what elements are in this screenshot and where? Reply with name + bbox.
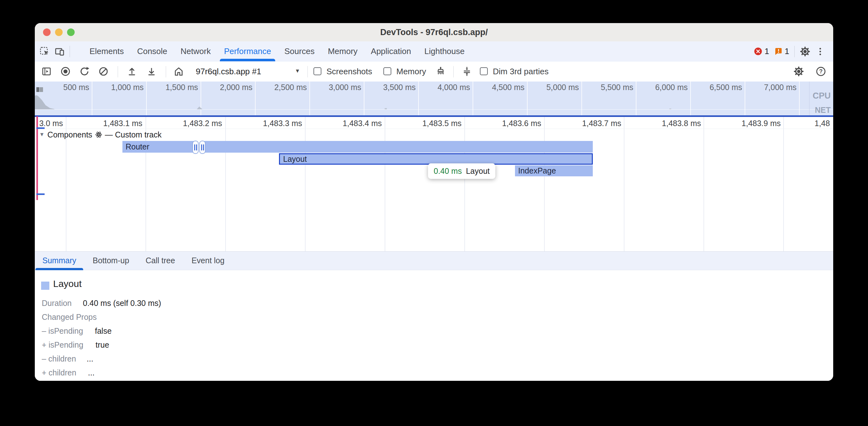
capture-settings-gear-icon[interactable] xyxy=(793,66,804,77)
cpu-activity-chart xyxy=(35,81,225,116)
summary-event-title: Layout xyxy=(53,278,82,289)
reload-and-record-icon[interactable] xyxy=(79,66,90,77)
changed-props-label: Changed Props xyxy=(42,313,97,321)
dim-3rd-parties-label[interactable]: Dim 3rd parties xyxy=(493,62,549,81)
tab-lighthouse[interactable]: Lighthouse xyxy=(418,41,471,61)
prop-removed-ispending-value: false xyxy=(95,324,112,338)
settings-gear-icon[interactable] xyxy=(800,46,810,57)
load-profile-icon[interactable] xyxy=(127,66,137,77)
net-lane-separator xyxy=(35,109,833,110)
overview-tick: 7,000 ms xyxy=(749,83,797,92)
screenshot-thumbnail xyxy=(36,87,39,92)
tooltip-duration: 0.40 ms xyxy=(434,167,462,176)
tab-console[interactable]: Console xyxy=(130,41,174,61)
ruler-tick: 1,483.3 ms xyxy=(255,119,302,128)
screenshot-thumbnail xyxy=(39,87,43,92)
tab-sources[interactable]: Sources xyxy=(278,41,321,61)
prop-added-ispending: + isPending xyxy=(42,340,83,349)
tab-bottom-up[interactable]: Bottom-up xyxy=(93,252,129,270)
record-icon[interactable] xyxy=(60,66,71,77)
issues-badge-icon[interactable]: 1 xyxy=(774,46,789,56)
overview-tick: 5,000 ms xyxy=(531,83,579,92)
prop-added-ispending-value: true xyxy=(96,338,109,352)
tab-memory[interactable]: Memory xyxy=(321,41,364,61)
error-badge-icon[interactable]: 1 xyxy=(754,46,769,56)
prop-added-children: + children xyxy=(42,368,76,377)
more-options-kebab-icon[interactable] xyxy=(815,47,825,56)
ruler-tick: 1,483.9 ms xyxy=(733,119,781,128)
event-color-swatch xyxy=(41,282,49,290)
prop-added-children-value[interactable]: ... xyxy=(88,366,95,380)
memory-checkbox[interactable] xyxy=(383,67,391,75)
tab-call-tree[interactable]: Call tree xyxy=(146,252,175,270)
react-atom-icon xyxy=(95,131,102,138)
collect-garbage-icon[interactable] xyxy=(435,66,446,77)
toggle-sidebar-icon[interactable] xyxy=(41,66,52,77)
screenshots-checkbox[interactable] xyxy=(313,67,321,75)
ruler-tick: 1,48 xyxy=(814,119,833,128)
error-count: 1 xyxy=(765,46,769,56)
tab-application[interactable]: Application xyxy=(364,41,417,61)
ruler-tick: 1,483.7 ms xyxy=(574,119,621,128)
clear-icon[interactable] xyxy=(98,66,109,77)
overview-tick: 3,500 ms xyxy=(368,83,416,92)
ruler-tick: 1,483.6 ms xyxy=(494,119,541,128)
cpu-lane-label: CPU xyxy=(796,91,831,101)
flame-event-indexpage[interactable]: IndexPage xyxy=(515,165,593,176)
main-tab-bar: Elements Console Network Performance Sou… xyxy=(35,41,833,62)
toolbar-divider xyxy=(307,66,308,77)
overview-tick: 5,500 ms xyxy=(586,83,633,92)
svg-text:?: ? xyxy=(819,68,823,74)
toolbar-divider xyxy=(166,66,166,77)
toolbar-divider xyxy=(453,66,454,77)
overview-tick: 6,000 ms xyxy=(640,83,688,92)
titlebar: DevTools - 97r6ql.csb.app/ xyxy=(35,23,833,42)
tab-summary[interactable]: Summary xyxy=(42,252,76,270)
overview-tick: 3,000 ms xyxy=(314,83,361,92)
overview-tick: 2,500 ms xyxy=(259,83,307,92)
ruler-tick: 1,483.2 ms xyxy=(175,119,222,128)
chevron-down-icon[interactable]: ▼ xyxy=(295,62,300,81)
ruler-tick: 1,483.5 ms xyxy=(414,119,462,128)
tab-network[interactable]: Network xyxy=(174,41,217,61)
memory-label[interactable]: Memory xyxy=(396,62,426,81)
device-toolbar-icon[interactable] xyxy=(54,46,65,57)
timeline-overview[interactable]: 500 ms 1,000 ms 1,500 ms 2,000 ms 2,500 … xyxy=(35,81,833,116)
marker-tick xyxy=(36,127,44,129)
inspect-element-icon[interactable] xyxy=(39,46,50,57)
prop-removed-children: – children xyxy=(42,354,76,363)
ruler-bottom-border xyxy=(35,129,833,129)
collapse-triangle-icon[interactable]: ▼ xyxy=(39,131,44,138)
performance-toolbar: 97r6ql.csb.app #1 ▼ Screenshots Memory D… xyxy=(35,62,833,81)
collapse-sections-icon[interactable] xyxy=(462,66,472,77)
ruler-tick: 3.0 ms xyxy=(35,119,63,128)
toolbar-divider xyxy=(794,46,795,57)
custom-track-header[interactable]: ▼ Components — Custom track xyxy=(39,130,162,139)
flame-event-layout[interactable]: Layout xyxy=(279,153,593,165)
ruler-tick: 1,483.4 ms xyxy=(334,119,382,128)
range-handle-left[interactable] xyxy=(192,141,199,154)
prop-removed-ispending: – isPending xyxy=(42,326,83,335)
toolbar-divider xyxy=(118,66,118,77)
overview-tick: 4,500 ms xyxy=(477,83,524,92)
ruler-tick: 1,483.1 ms xyxy=(95,119,142,128)
tab-performance[interactable]: Performance xyxy=(217,41,278,61)
prop-removed-children-value[interactable]: ... xyxy=(87,352,93,366)
marker-tick xyxy=(36,193,44,195)
help-icon[interactable]: ? xyxy=(815,66,826,77)
overview-tick: 6,500 ms xyxy=(695,83,742,92)
tab-elements[interactable]: Elements xyxy=(83,41,130,61)
history-selector[interactable]: 97r6ql.csb.app #1 xyxy=(196,62,261,81)
dim-3rd-parties-checkbox[interactable] xyxy=(480,67,488,75)
track-suffix: — Custom track xyxy=(105,130,162,139)
home-icon[interactable] xyxy=(173,66,184,77)
bottom-tab-bar: Summary Bottom-up Call tree Event log xyxy=(35,251,833,270)
summary-pane: Layout Duration0.40 ms (self 0.30 ms) Ch… xyxy=(35,270,833,381)
range-handle-right[interactable] xyxy=(199,141,206,154)
screenshots-label[interactable]: Screenshots xyxy=(327,62,372,81)
window-title: DevTools - 97r6ql.csb.app/ xyxy=(35,23,833,41)
tab-event-log[interactable]: Event log xyxy=(191,252,224,270)
track-name: Components xyxy=(48,130,92,139)
save-profile-icon[interactable] xyxy=(146,66,157,77)
duration-value: 0.40 ms (self 0.30 ms) xyxy=(83,296,161,310)
